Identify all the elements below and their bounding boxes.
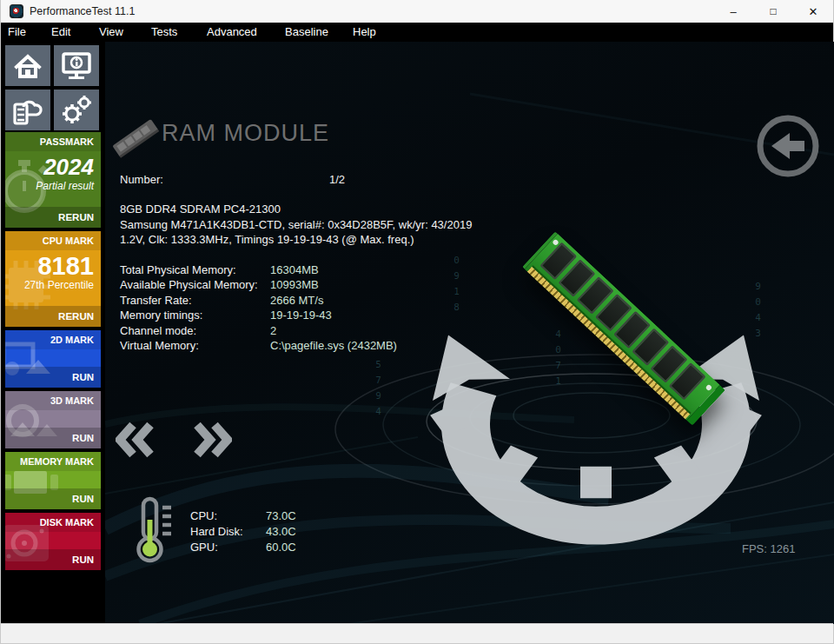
tile-disk-header: DISK MARK xyxy=(5,513,101,532)
tile-cpu-subtitle: 27th Percentile xyxy=(5,279,101,291)
number-value: 1/2 xyxy=(329,173,345,186)
tile-disk-mark[interactable]: DISK MARK RUN xyxy=(5,513,101,570)
tile-3d-header: 3D MARK xyxy=(5,391,101,410)
main-panel: 5794 0918 4071 9043 RAM MODULE xyxy=(105,42,834,624)
menu-help[interactable]: Help xyxy=(353,23,376,42)
property-value: 16304MB xyxy=(270,263,319,276)
property-value: 19-19-19-43 xyxy=(270,309,332,322)
matrix-digits: 0918 xyxy=(451,255,462,317)
system-info-button[interactable] xyxy=(54,45,99,86)
app-logo-icon xyxy=(10,4,23,18)
tile-passmark-rerun-button[interactable]: RERUN xyxy=(5,207,101,228)
temp-label: CPU: xyxy=(190,509,217,522)
matrix-digits: 5794 xyxy=(373,359,384,422)
property-label: Virtual Memory: xyxy=(120,339,199,352)
tile-memory-header: MEMORY MARK xyxy=(5,452,101,471)
tile-memory-run-button[interactable]: RUN xyxy=(5,488,101,509)
tile-disk-run-button[interactable]: RUN xyxy=(5,549,101,570)
home-button[interactable] xyxy=(5,45,50,86)
server-cloud-button[interactable] xyxy=(5,90,50,130)
back-arrow-icon xyxy=(771,133,804,159)
temp-label: GPU: xyxy=(190,541,218,554)
close-button[interactable]: ✕ xyxy=(793,0,833,23)
minimize-button[interactable]: – xyxy=(713,0,753,23)
ram-description-line: Samsung M471A1K43DB1-CTD, serial#: 0x34D… xyxy=(120,218,472,231)
matrix-digits: 9043 xyxy=(752,281,764,343)
back-button[interactable] xyxy=(753,111,823,181)
page-title: RAM MODULE xyxy=(162,120,329,147)
property-value: 10993MB xyxy=(270,278,319,291)
menu-tests[interactable]: Tests xyxy=(151,23,177,42)
title-bar[interactable]: PerformanceTest 11.1 – □ ✕ xyxy=(1,0,833,23)
temp-value: 73.0C xyxy=(266,509,296,522)
tile-memory-mark[interactable]: MEMORY MARK RUN xyxy=(5,452,101,509)
tile-3d-run-button[interactable]: RUN xyxy=(5,428,101,448)
tile-passmark[interactable]: PASSMARK 2024 Partial result RERUN xyxy=(5,132,101,228)
home-icon xyxy=(13,52,43,80)
tile-cpu-score: 8181 xyxy=(5,253,101,279)
temp-label: Hard Disk: xyxy=(190,525,243,538)
property-label: Total Physical Memory: xyxy=(120,263,236,276)
menu-baseline[interactable]: Baseline xyxy=(285,23,328,42)
ram-dimm-icon xyxy=(110,113,161,163)
menu-advanced[interactable]: Advanced xyxy=(207,23,257,42)
property-label: Memory timings: xyxy=(120,309,202,322)
temp-value: 43.0C xyxy=(266,525,296,538)
matrix-digits: 4071 xyxy=(553,329,564,391)
tile-cpu-header: CPU MARK xyxy=(5,231,101,250)
tile-passmark-subtitle: Partial result xyxy=(5,180,101,192)
settings-button[interactable] xyxy=(54,90,99,130)
tile-3d-mark[interactable]: 3D MARK RUN xyxy=(5,391,101,448)
maximize-button[interactable]: □ xyxy=(753,0,793,23)
menu-bar: File Edit View Tests Advanced Baseline H… xyxy=(1,23,833,42)
app-window: PerformanceTest 11.1 – □ ✕ File Edit Vie… xyxy=(0,0,834,644)
number-label: Number: xyxy=(120,173,163,186)
property-label: Channel mode: xyxy=(120,324,196,337)
tile-2d-header: 2D MARK xyxy=(5,330,101,349)
ram-description-line: 1.2V, Clk: 1333.3MHz, Timings 19-19-19-4… xyxy=(120,233,414,246)
property-value: 2666 MT/s xyxy=(270,294,323,307)
menu-view[interactable]: View xyxy=(99,23,123,42)
property-value: 2 xyxy=(270,324,276,337)
menu-edit[interactable]: Edit xyxy=(51,23,70,42)
previous-module-button[interactable] xyxy=(116,422,156,458)
server-cloud-icon xyxy=(11,95,44,126)
status-bar xyxy=(1,623,833,643)
window-title: PerformanceTest 11.1 xyxy=(30,5,135,17)
menu-file[interactable]: File xyxy=(8,23,26,42)
sidebar: PASSMARK 2024 Partial result RERUN CPU M… xyxy=(1,42,105,624)
tile-passmark-header: PASSMARK xyxy=(5,132,101,151)
tile-passmark-score: 2024 xyxy=(5,154,101,180)
property-label: Available Physical Memory: xyxy=(120,278,258,291)
next-module-button[interactable] xyxy=(192,422,232,458)
tile-2d-mark[interactable]: 2D MARK RUN xyxy=(5,330,101,388)
property-label: Transfer Rate: xyxy=(120,294,192,307)
thermometer-icon xyxy=(128,495,175,567)
settings-gears-icon xyxy=(60,95,93,126)
tile-cpu-mark[interactable]: CPU MARK 8181 27th Percentile RERUN xyxy=(5,231,101,327)
ram-description-line: 8GB DDR4 SDRAM PC4-21300 xyxy=(120,202,281,216)
property-value: C:\pagefile.sys (2432MB) xyxy=(270,339,397,352)
tile-2d-run-button[interactable]: RUN xyxy=(5,367,101,388)
system-info-icon xyxy=(61,51,92,81)
tile-cpu-rerun-button[interactable]: RERUN xyxy=(5,306,101,327)
fps-counter: FPS: 1261 xyxy=(742,542,795,555)
temp-value: 60.0C xyxy=(266,541,296,554)
